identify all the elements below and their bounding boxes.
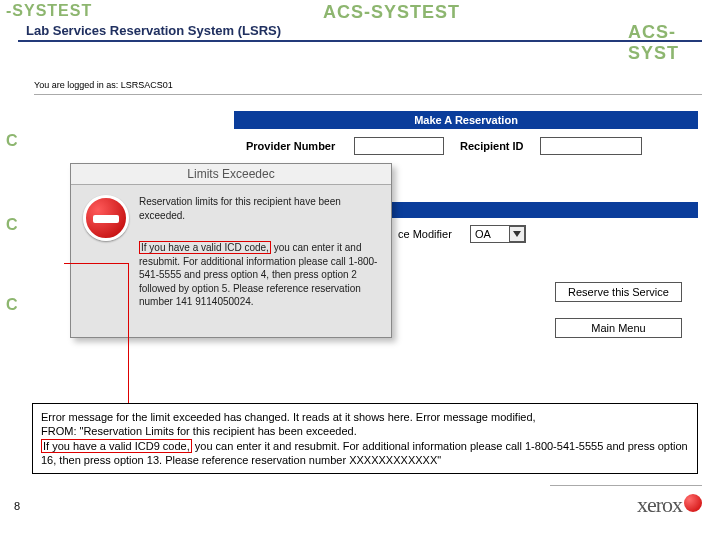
caption-line: Error message for the limit exceeded has…	[41, 410, 689, 424]
dialog-text: If you have a valid ICD code, you can en…	[139, 241, 379, 309]
error-icon	[83, 195, 129, 241]
page-number: 8	[14, 500, 20, 512]
watermark: C	[6, 132, 19, 150]
label-ce-modifier: ce Modifier	[398, 228, 452, 240]
label-recipient-id: Recipient ID	[460, 140, 524, 152]
divider	[388, 202, 698, 218]
watermark: C	[6, 296, 19, 314]
watermark: ACS-SYSTEST	[323, 2, 460, 23]
select-value: OA	[471, 226, 495, 242]
chevron-down-icon	[509, 226, 525, 242]
caption-line: If you have a valid ICD9 code, you can e…	[41, 439, 689, 468]
login-status: You are logged in as: LSRSACS01	[34, 80, 702, 95]
label-provider-number: Provider Number	[246, 140, 335, 152]
watermark: ACS-SYST	[628, 22, 720, 64]
page-title: Lab Services Reservation System (LSRS)	[26, 23, 281, 38]
recipient-id-input[interactable]	[540, 137, 642, 155]
main-menu-button[interactable]: Main Menu	[555, 318, 682, 338]
divider	[18, 40, 702, 42]
watermark: -SYSTEST	[6, 2, 92, 20]
footer-logo-icon	[684, 494, 702, 512]
ce-modifier-select[interactable]: OA	[470, 225, 526, 243]
divider	[550, 485, 702, 486]
dialog-title: Limits Exceedec	[71, 164, 391, 185]
watermark: C	[6, 216, 19, 234]
callout-connector	[64, 263, 129, 404]
section-header: Make A Reservation	[234, 111, 698, 129]
caption-line: FROM: "Reservation Limits for this recip…	[41, 424, 689, 438]
dialog-text: Reservation limits for this recipient ha…	[139, 195, 379, 222]
highlighted-text: If you have a valid ICD9 code,	[41, 439, 192, 453]
caption-box: Error message for the limit exceeded has…	[32, 403, 698, 474]
provider-number-input[interactable]	[354, 137, 444, 155]
footer-logo-text: xerox	[637, 492, 682, 518]
highlighted-text: If you have a valid ICD code,	[139, 241, 271, 254]
reserve-button[interactable]: Reserve this Service	[555, 282, 682, 302]
